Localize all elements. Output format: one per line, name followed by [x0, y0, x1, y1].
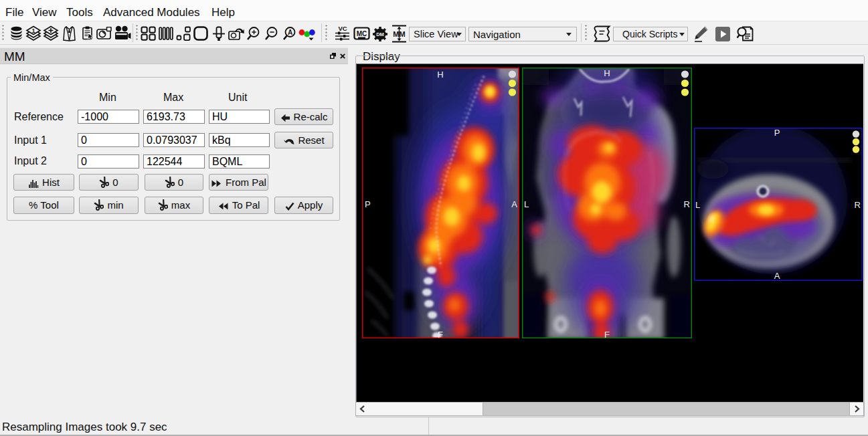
svg-text:VC: VC	[338, 25, 347, 32]
svg-text:A: A	[511, 199, 517, 209]
svg-text:P: P	[774, 128, 780, 138]
svg-text:P: P	[365, 199, 371, 209]
svg-text:H: H	[437, 70, 443, 80]
svg-text:L: L	[695, 200, 700, 210]
svg-text:A: A	[288, 29, 292, 36]
svg-text:1: 1	[31, 27, 35, 34]
svg-text:R: R	[684, 199, 690, 209]
svg-text:R: R	[855, 200, 861, 210]
svg-text:A: A	[774, 271, 780, 281]
svg-text:F: F	[438, 330, 443, 338]
svg-text:MC: MC	[357, 30, 367, 37]
svg-text:F: F	[604, 330, 610, 338]
svg-text:DM: DM	[376, 31, 384, 37]
svg-text:L: L	[524, 199, 529, 209]
svg-text:H: H	[604, 68, 610, 78]
